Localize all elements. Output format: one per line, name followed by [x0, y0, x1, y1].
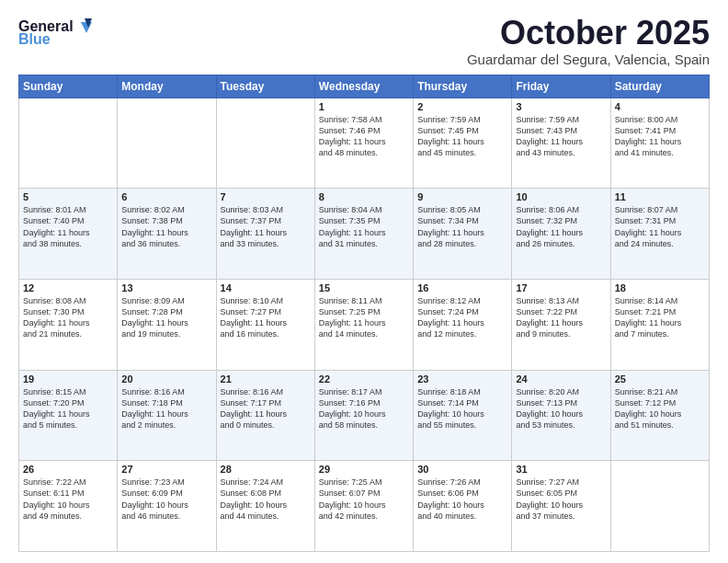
day-number: 19 — [23, 373, 113, 385]
day-number: 2 — [417, 101, 507, 112]
day-info: Sunrise: 7:27 AM Sunset: 6:05 PM Dayligh… — [516, 477, 606, 522]
calendar-week-row: 12Sunrise: 8:08 AM Sunset: 7:30 PM Dayli… — [19, 279, 710, 370]
title-area: October 2025 Guardamar del Segura, Valen… — [467, 15, 710, 67]
day-number: 3 — [516, 101, 606, 112]
calendar-cell: 31Sunrise: 7:27 AM Sunset: 6:05 PM Dayli… — [512, 461, 610, 552]
day-number: 1 — [319, 101, 409, 112]
day-number: 5 — [23, 191, 113, 202]
day-info: Sunrise: 8:21 AM Sunset: 7:12 PM Dayligh… — [615, 386, 705, 431]
day-number: 23 — [417, 373, 507, 385]
day-number: 16 — [417, 282, 507, 293]
calendar-cell: 13Sunrise: 8:09 AM Sunset: 7:28 PM Dayli… — [118, 279, 216, 370]
day-info: Sunrise: 8:12 AM Sunset: 7:24 PM Dayligh… — [417, 295, 507, 340]
calendar-table: SundayMondayTuesdayWednesdayThursdayFrid… — [18, 75, 710, 552]
day-number: 6 — [121, 191, 211, 202]
day-number: 18 — [615, 282, 705, 293]
day-number: 4 — [615, 101, 705, 112]
day-info: Sunrise: 8:06 AM Sunset: 7:32 PM Dayligh… — [516, 204, 606, 249]
calendar-week-row: 19Sunrise: 8:15 AM Sunset: 7:20 PM Dayli… — [19, 370, 710, 461]
calendar-cell: 9Sunrise: 8:05 AM Sunset: 7:34 PM Daylig… — [414, 189, 512, 280]
calendar-cell: 23Sunrise: 8:18 AM Sunset: 7:14 PM Dayli… — [414, 370, 512, 461]
month-title: October 2025 — [467, 15, 710, 52]
day-number: 25 — [615, 373, 705, 385]
day-info: Sunrise: 8:10 AM Sunset: 7:27 PM Dayligh… — [221, 295, 311, 340]
day-info: Sunrise: 8:08 AM Sunset: 7:30 PM Dayligh… — [23, 295, 113, 340]
day-info: Sunrise: 8:15 AM Sunset: 7:20 PM Dayligh… — [23, 386, 113, 431]
calendar-cell: 30Sunrise: 7:26 AM Sunset: 6:06 PM Dayli… — [414, 461, 512, 552]
day-info: Sunrise: 7:25 AM Sunset: 6:07 PM Dayligh… — [319, 477, 409, 522]
day-info: Sunrise: 8:14 AM Sunset: 7:21 PM Dayligh… — [615, 295, 705, 340]
logo: General Blue — [18, 15, 92, 52]
day-number: 15 — [319, 282, 409, 293]
calendar-cell: 3Sunrise: 7:59 AM Sunset: 7:43 PM Daylig… — [512, 98, 610, 189]
calendar-cell: 25Sunrise: 8:21 AM Sunset: 7:12 PM Dayli… — [610, 370, 709, 461]
day-info: Sunrise: 7:24 AM Sunset: 6:08 PM Dayligh… — [221, 477, 311, 522]
calendar-cell: 21Sunrise: 8:16 AM Sunset: 7:17 PM Dayli… — [216, 370, 314, 461]
day-info: Sunrise: 8:09 AM Sunset: 7:28 PM Dayligh… — [121, 295, 211, 340]
logo-icon: General Blue — [18, 15, 92, 52]
day-number: 31 — [516, 464, 606, 475]
calendar-cell: 27Sunrise: 7:23 AM Sunset: 6:09 PM Dayli… — [118, 461, 216, 552]
day-info: Sunrise: 8:16 AM Sunset: 7:17 PM Dayligh… — [221, 386, 311, 431]
calendar-week-row: 5Sunrise: 8:01 AM Sunset: 7:40 PM Daylig… — [19, 189, 710, 280]
calendar-cell: 29Sunrise: 7:25 AM Sunset: 6:07 PM Dayli… — [314, 461, 413, 552]
svg-marker-2 — [81, 22, 92, 33]
calendar-cell: 17Sunrise: 8:13 AM Sunset: 7:22 PM Dayli… — [512, 279, 610, 370]
calendar-cell: 15Sunrise: 8:11 AM Sunset: 7:25 PM Dayli… — [314, 279, 413, 370]
day-info: Sunrise: 7:59 AM Sunset: 7:45 PM Dayligh… — [417, 114, 507, 159]
day-info: Sunrise: 7:23 AM Sunset: 6:09 PM Dayligh… — [121, 477, 211, 522]
day-number: 27 — [121, 464, 211, 475]
day-info: Sunrise: 8:02 AM Sunset: 7:38 PM Dayligh… — [121, 204, 211, 249]
calendar-cell: 26Sunrise: 7:22 AM Sunset: 6:11 PM Dayli… — [19, 461, 118, 552]
day-number: 10 — [516, 191, 606, 202]
calendar-week-row: 26Sunrise: 7:22 AM Sunset: 6:11 PM Dayli… — [19, 461, 710, 552]
calendar-cell: 5Sunrise: 8:01 AM Sunset: 7:40 PM Daylig… — [19, 189, 118, 280]
day-number: 13 — [121, 282, 211, 293]
calendar-cell: 11Sunrise: 8:07 AM Sunset: 7:31 PM Dayli… — [610, 189, 709, 280]
calendar-cell — [216, 98, 314, 189]
calendar-cell: 10Sunrise: 8:06 AM Sunset: 7:32 PM Dayli… — [512, 189, 610, 280]
col-header-wednesday: Wednesday — [314, 75, 413, 98]
day-number: 14 — [221, 282, 311, 293]
col-header-saturday: Saturday — [610, 75, 709, 98]
day-info: Sunrise: 8:20 AM Sunset: 7:13 PM Dayligh… — [516, 386, 606, 431]
col-header-thursday: Thursday — [414, 75, 512, 98]
day-number: 8 — [319, 191, 409, 202]
day-number: 24 — [516, 373, 606, 385]
day-info: Sunrise: 8:17 AM Sunset: 7:16 PM Dayligh… — [319, 386, 409, 431]
day-info: Sunrise: 8:07 AM Sunset: 7:31 PM Dayligh… — [615, 204, 705, 249]
day-info: Sunrise: 7:58 AM Sunset: 7:46 PM Dayligh… — [319, 114, 409, 159]
day-number: 29 — [319, 464, 409, 475]
day-info: Sunrise: 8:11 AM Sunset: 7:25 PM Dayligh… — [319, 295, 409, 340]
calendar-cell — [19, 98, 118, 189]
day-number: 26 — [23, 464, 113, 475]
location-title: Guardamar del Segura, Valencia, Spain — [467, 52, 710, 67]
calendar-cell: 16Sunrise: 8:12 AM Sunset: 7:24 PM Dayli… — [414, 279, 512, 370]
calendar-cell: 24Sunrise: 8:20 AM Sunset: 7:13 PM Dayli… — [512, 370, 610, 461]
calendar-cell — [610, 461, 709, 552]
calendar-cell: 7Sunrise: 8:03 AM Sunset: 7:37 PM Daylig… — [216, 189, 314, 280]
header: General Blue October 2025 Guardamar del … — [18, 15, 710, 67]
calendar-cell: 22Sunrise: 8:17 AM Sunset: 7:16 PM Dayli… — [314, 370, 413, 461]
day-info: Sunrise: 8:16 AM Sunset: 7:18 PM Dayligh… — [121, 386, 211, 431]
day-number: 11 — [615, 191, 705, 202]
col-header-monday: Monday — [118, 75, 216, 98]
day-info: Sunrise: 8:03 AM Sunset: 7:37 PM Dayligh… — [221, 204, 311, 249]
day-number: 22 — [319, 373, 409, 385]
calendar-cell — [118, 98, 216, 189]
day-info: Sunrise: 8:01 AM Sunset: 7:40 PM Dayligh… — [23, 204, 113, 249]
day-number: 30 — [417, 464, 507, 475]
day-info: Sunrise: 8:13 AM Sunset: 7:22 PM Dayligh… — [516, 295, 606, 340]
col-header-friday: Friday — [512, 75, 610, 98]
day-info: Sunrise: 7:59 AM Sunset: 7:43 PM Dayligh… — [516, 114, 606, 159]
calendar-cell: 4Sunrise: 8:00 AM Sunset: 7:41 PM Daylig… — [610, 98, 709, 189]
svg-text:Blue: Blue — [18, 31, 51, 47]
day-number: 7 — [221, 191, 311, 202]
day-number: 12 — [23, 282, 113, 293]
day-info: Sunrise: 8:18 AM Sunset: 7:14 PM Dayligh… — [417, 386, 507, 431]
col-header-tuesday: Tuesday — [216, 75, 314, 98]
calendar-cell: 19Sunrise: 8:15 AM Sunset: 7:20 PM Dayli… — [19, 370, 118, 461]
col-header-sunday: Sunday — [19, 75, 118, 98]
day-number: 20 — [121, 373, 211, 385]
day-number: 21 — [221, 373, 311, 385]
